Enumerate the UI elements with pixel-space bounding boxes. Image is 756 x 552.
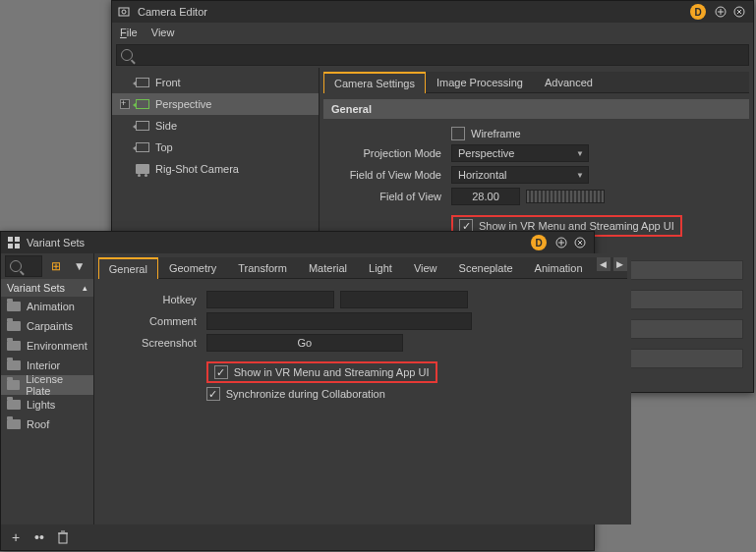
camera-search[interactable] (116, 44, 749, 66)
search-icon (121, 49, 133, 61)
folder-icon (7, 302, 21, 311)
variant-search[interactable] (5, 255, 42, 277)
camera-icon (136, 99, 149, 109)
camera-tabs: Camera Settings Image Processing Advance… (323, 72, 749, 93)
dock-badge[interactable]: D (531, 235, 547, 250)
hierarchy-icon[interactable]: ⊞ (46, 256, 66, 276)
variant-item-roof[interactable]: Roof (1, 414, 93, 434)
folder-icon (7, 360, 21, 370)
show-vr-highlight: Show in VR Menu and Streaming App UI (206, 361, 437, 383)
trash-icon[interactable] (56, 530, 70, 544)
add-button[interactable] (713, 4, 728, 20)
wireframe-checkbox[interactable] (451, 127, 465, 140)
comment-label: Comment (98, 315, 206, 327)
variant-sets-titlebar[interactable]: Variant Sets D (1, 232, 594, 253)
add-button[interactable] (553, 235, 569, 250)
camera-editor-title: Camera Editor (138, 6, 207, 18)
tree-item-perspective[interactable]: Perspective (112, 93, 319, 115)
variant-tabs: General Geometry Transform Material Ligh… (98, 257, 627, 279)
sync-label: Synchronize during Collaboration (226, 388, 385, 400)
tab-geometry[interactable]: Geometry (158, 257, 227, 278)
screenshot-label: Screenshot (98, 337, 206, 349)
menu-file[interactable]: File (120, 27, 138, 38)
fov-mode-select[interactable]: Horizontal (451, 166, 589, 184)
variant-sets-header[interactable]: Variant Sets (1, 279, 93, 297)
fov-slider[interactable] (526, 190, 605, 203)
fov-mode-label: Field of View Mode (323, 169, 451, 181)
svg-rect-9 (15, 237, 20, 242)
projection-mode-label: Projection Mode (323, 147, 451, 159)
show-vr-label: Show in VR Menu and Streaming App UI (234, 366, 430, 378)
search-icon (10, 260, 22, 272)
hotkey-input[interactable] (206, 291, 334, 308)
folder-icon (7, 419, 21, 429)
tab-image-processing[interactable]: Image Processing (426, 72, 534, 92)
filter-icon[interactable]: ▼ (70, 256, 89, 276)
tab-sceneplate[interactable]: Sceneplate (448, 257, 524, 278)
hotkey-label: Hotkey (98, 294, 206, 305)
variant-item-license-plate[interactable]: License Plate (1, 375, 93, 395)
folder-icon (7, 380, 20, 390)
variant-item-interior[interactable]: Interior (1, 356, 93, 375)
svg-rect-11 (15, 244, 20, 248)
variant-item-carpaints[interactable]: Carpaints (1, 316, 93, 336)
camera-editor-titlebar[interactable]: Camera Editor D (112, 1, 753, 23)
add-icon[interactable]: + (9, 530, 23, 544)
dock-badge[interactable]: D (690, 4, 706, 20)
variant-list-panel: ⊞ ▼ Variant Sets Animation Carpaints Env… (1, 253, 93, 524)
tree-item-rig[interactable]: Rig-Shot Camera (112, 158, 319, 180)
tab-advanced[interactable]: Advanced (534, 72, 604, 92)
svg-rect-8 (8, 237, 13, 242)
svg-rect-10 (8, 244, 13, 248)
folder-icon (7, 321, 21, 331)
variant-item-lights[interactable]: Lights (1, 395, 93, 414)
folder-icon (7, 400, 21, 410)
projection-mode-select[interactable]: Perspective (451, 144, 589, 162)
rig-icon (136, 164, 149, 174)
comment-input[interactable] (206, 312, 472, 330)
svg-rect-18 (59, 533, 67, 543)
camera-icon (136, 78, 149, 87)
variant-item-environment[interactable]: Environment (1, 336, 93, 356)
fov-field[interactable]: 28.00 (451, 188, 520, 205)
screenshot-go-button[interactable]: Go (206, 334, 403, 352)
camera-icon (136, 142, 149, 152)
wireframe-label: Wireframe (471, 128, 521, 139)
show-vr-checkbox[interactable] (214, 365, 228, 379)
svg-point-1 (122, 10, 126, 14)
section-general: General (323, 99, 749, 119)
hotkey-input-2[interactable] (340, 291, 468, 308)
tab-view[interactable]: View (403, 257, 448, 278)
variant-properties: General Geometry Transform Material Ligh… (93, 253, 631, 524)
close-button[interactable] (572, 235, 588, 250)
tab-nav-left[interactable]: ◀ (597, 257, 611, 271)
variant-sets-icon (7, 236, 21, 249)
sync-checkbox[interactable] (206, 387, 220, 401)
tree-item-top[interactable]: Top (112, 137, 319, 158)
fov-label: Field of View (323, 191, 451, 202)
tab-nav-right[interactable]: ▶ (613, 257, 627, 271)
tab-general[interactable]: General (98, 257, 158, 279)
folder-icon (7, 341, 21, 351)
tab-animation[interactable]: Animation (524, 257, 594, 278)
svg-rect-0 (119, 8, 129, 16)
tab-material[interactable]: Material (298, 257, 358, 278)
tree-item-front[interactable]: Front (112, 72, 319, 93)
variant-item-animation[interactable]: Animation (1, 297, 93, 316)
tab-transform[interactable]: Transform (227, 257, 298, 278)
tree-item-side[interactable]: Side (112, 115, 319, 137)
camera-icon (136, 121, 149, 131)
close-button[interactable] (731, 4, 747, 20)
camera-editor-menubar: File View (112, 23, 753, 42)
variant-toolbar: + •• (1, 524, 594, 550)
menu-view[interactable]: View (151, 27, 175, 38)
variant-sets-window: Variant Sets D ⊞ ▼ Variant Sets Animatio… (0, 231, 595, 551)
duplicate-icon[interactable]: •• (32, 530, 46, 544)
tab-light[interactable]: Light (358, 257, 403, 278)
camera-editor-icon (118, 5, 132, 19)
variant-sets-title: Variant Sets (27, 237, 85, 248)
tab-camera-settings[interactable]: Camera Settings (323, 72, 426, 93)
